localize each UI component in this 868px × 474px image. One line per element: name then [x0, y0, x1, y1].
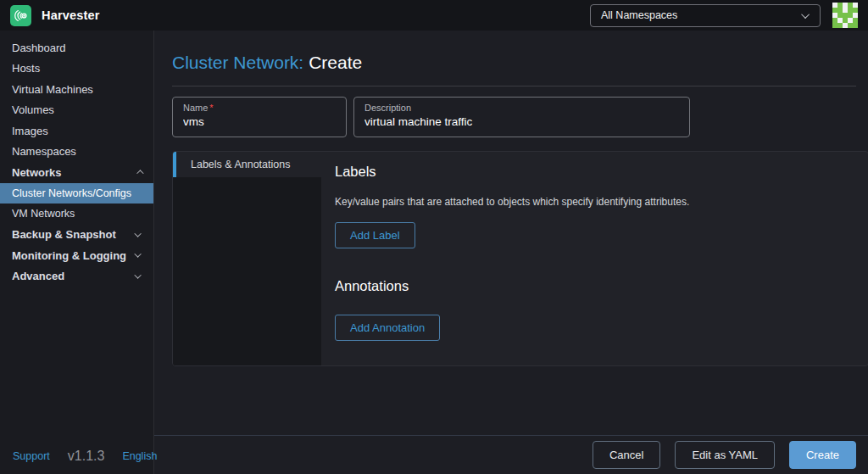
create-button[interactable]: Create — [789, 441, 856, 469]
name-description-row: Name* Description — [172, 97, 856, 137]
app-title: Harvester — [42, 8, 100, 22]
chevron-down-icon — [134, 251, 141, 258]
sidebar-item-virtual-machines[interactable]: Virtual Machines — [0, 79, 153, 100]
sidebar-item-volumes[interactable]: Volumes — [0, 100, 153, 121]
sidebar-item-hosts[interactable]: Hosts — [0, 59, 153, 80]
sidebar-item-images[interactable]: Images — [0, 120, 153, 142]
sidebar-item-vm-networks[interactable]: VM Networks — [0, 204, 153, 225]
version-label: v1.1.3 — [68, 449, 105, 464]
sidebar-footer: Support v1.1.3 English — [0, 449, 153, 464]
language-link[interactable]: English — [122, 450, 157, 462]
namespace-filter-value: All Namespaces — [601, 9, 677, 21]
edit-as-yaml-button[interactable]: Edit as YAML — [675, 441, 775, 469]
add-label-button[interactable]: Add Label — [335, 222, 415, 248]
labels-heading: Labels — [335, 164, 853, 180]
support-link[interactable]: Support — [13, 450, 50, 462]
page-title-action: Create — [309, 53, 362, 72]
labels-annotations-section: Labels & Annotations Labels Key/value pa… — [172, 151, 868, 366]
add-annotation-button[interactable]: Add Annotation — [335, 315, 440, 341]
chevron-down-icon — [134, 271, 141, 278]
sidebar-group-backup-snapshot[interactable]: Backup & Snapshot — [0, 225, 153, 246]
harvester-logo-icon[interactable] — [10, 5, 31, 26]
labels-description: Key/value pairs that are attached to obj… — [335, 196, 853, 208]
user-avatar[interactable] — [832, 3, 858, 28]
sidebar-group-monitoring-logging[interactable]: Monitoring & Logging — [0, 245, 153, 266]
name-input[interactable] — [183, 114, 336, 128]
chevron-down-icon — [134, 230, 141, 237]
annotations-heading: Annotations — [335, 278, 853, 294]
required-asterisk: * — [209, 103, 213, 113]
name-field-container: Name* — [172, 97, 347, 137]
cancel-button[interactable]: Cancel — [593, 441, 660, 469]
title-divider — [172, 86, 856, 86]
namespace-filter-select[interactable]: All Namespaces — [590, 4, 821, 27]
sidebar-group-networks[interactable]: Networks — [0, 162, 153, 183]
harvester-app: Harvester All Namespaces Dashboard Hosts… — [0, 0, 868, 474]
main-content: Cluster Network:Create Name* Description — [154, 31, 868, 435]
chevron-up-icon — [136, 170, 143, 176]
labels-annotations-panel: Labels Key/value pairs that are attached… — [321, 152, 868, 365]
description-input[interactable] — [364, 114, 679, 128]
name-field-label: Name* — [183, 103, 336, 114]
description-field-label: Description — [364, 103, 679, 114]
description-field-container: Description — [353, 97, 690, 137]
sidebar-item-namespaces[interactable]: Namespaces — [0, 142, 153, 163]
sidebar-group-advanced[interactable]: Advanced — [0, 266, 153, 287]
sidebar-nav: Dashboard Hosts Virtual Machines Volumes… — [0, 31, 154, 474]
tab-list: Labels & Annotations — [173, 152, 321, 365]
action-footer-bar: Cancel Edit as YAML Create — [154, 435, 868, 474]
tab-labels-annotations[interactable]: Labels & Annotations — [173, 152, 321, 177]
page-title-resource: Cluster Network: — [172, 53, 303, 72]
sidebar-item-dashboard[interactable]: Dashboard — [0, 37, 153, 59]
chevron-down-icon — [801, 10, 810, 19]
page-title: Cluster Network:Create — [172, 53, 856, 73]
sidebar-item-cluster-networks-configs[interactable]: Cluster Networks/Configs — [0, 183, 153, 204]
top-header-bar: Harvester All Namespaces — [0, 0, 868, 31]
